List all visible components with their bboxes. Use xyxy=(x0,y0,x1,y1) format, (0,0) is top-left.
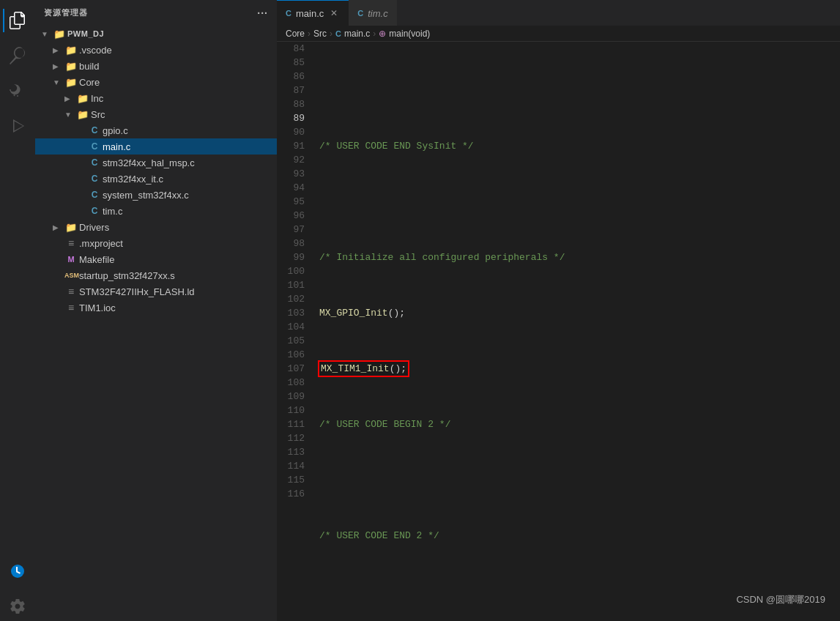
code-line-89: MX_TIM1_Init(); xyxy=(319,362,840,376)
tree-label: startup_stm32f427xx.s xyxy=(79,270,175,281)
tree-label: Src xyxy=(91,109,105,120)
tree-label: build xyxy=(79,61,99,72)
tree-item-core[interactable]: ▼ 📁 Core xyxy=(35,74,277,90)
c-file-icon: C xyxy=(88,141,101,152)
breadcrumb-core[interactable]: Core xyxy=(286,29,305,39)
tree-item-pwm-dj[interactable]: ▼ 📁 PWM_DJ xyxy=(35,26,277,42)
source-control-activity-icon[interactable] xyxy=(3,76,32,105)
tree-item-vscode[interactable]: ▶ 📁 .vscode xyxy=(35,42,277,58)
breadcrumb-fn-icon: ⊕ xyxy=(379,29,386,39)
arrow-icon: ▼ xyxy=(41,30,53,38)
tree-label: stm32f4xx_it.c xyxy=(103,174,163,185)
code-line-86 xyxy=(319,195,840,209)
tree-item-tim1-ioc[interactable]: ≡ TIM1.ioc xyxy=(35,300,277,316)
breadcrumb-sep2: › xyxy=(330,29,332,39)
tree-label: Drivers xyxy=(79,222,109,233)
code-line-92: /* USER CODE END 2 */ xyxy=(319,529,840,543)
code-content[interactable]: /* USER CODE END SysInit */ /* Initializ… xyxy=(313,42,840,621)
tree-item-build[interactable]: ▶ 📁 build xyxy=(35,58,277,74)
code-line-88: MX_GPIO_Init(); xyxy=(319,306,840,320)
timeline-activity-icon[interactable] xyxy=(3,557,32,586)
breadcrumb-c-icon: C xyxy=(335,29,341,38)
code-editor[interactable]: 84 85 86 87 88 89 90 91 92 93 94 95 96 9… xyxy=(277,42,840,621)
c-file-icon: C xyxy=(88,174,101,184)
c-file-icon: C xyxy=(88,125,101,135)
tree-label: PWM_DJ xyxy=(67,29,104,38)
tree-item-system-c[interactable]: C system_stm32f4xx.c xyxy=(35,187,277,203)
files-activity-icon[interactable] xyxy=(3,6,32,35)
tab-close-button[interactable]: ✕ xyxy=(328,7,340,19)
folder-icon: 📁 xyxy=(64,61,78,72)
tree-label: tim.c xyxy=(103,206,122,217)
breadcrumb-file[interactable]: main.c xyxy=(344,29,370,39)
comment-span: /* Initialize all configured peripherals… xyxy=(319,250,565,264)
c-file-icon: C xyxy=(88,190,101,200)
tree-item-it-c[interactable]: C stm32f4xx_it.c xyxy=(35,171,277,187)
activity-bar xyxy=(0,0,35,621)
line-numbers: 84 85 86 87 88 89 90 91 92 93 94 95 96 9… xyxy=(277,42,313,621)
comment-span: /* USER CODE END SysInit */ xyxy=(319,139,474,153)
sidebar-title: 资源管理器 xyxy=(44,7,88,18)
eq-file-icon: ≡ xyxy=(64,302,78,313)
folder-icon: 📁 xyxy=(64,222,78,233)
fn-span: MX_TIM1_Init xyxy=(321,363,390,374)
sidebar-header-icons: ··· xyxy=(257,7,268,19)
arrow-icon: ▶ xyxy=(53,223,64,231)
tab-bar: C main.c ✕ C tim.c xyxy=(277,0,840,26)
tree-label: .mxproject xyxy=(79,238,123,249)
settings-activity-icon[interactable] xyxy=(3,592,32,621)
breadcrumb-fn[interactable]: main(void) xyxy=(389,29,430,39)
tree-label: system_stm32f4xx.c xyxy=(103,190,189,201)
code-line-84 xyxy=(319,83,840,97)
more-icon[interactable]: ··· xyxy=(257,7,268,19)
folder-icon: 📁 xyxy=(64,77,78,88)
folder-icon: 📁 xyxy=(64,45,78,56)
breadcrumb-sep1: › xyxy=(308,29,311,39)
c-file-icon: C xyxy=(88,206,101,216)
tree-item-drivers[interactable]: ▶ 📁 Drivers xyxy=(35,219,277,235)
tree-item-makefile[interactable]: M Makefile xyxy=(35,251,277,267)
tree-item-gpio-c[interactable]: C gpio.c xyxy=(35,122,277,138)
tab-c-icon: C xyxy=(357,9,363,18)
tree-label: STM32F427IIHx_FLASH.ld xyxy=(79,286,195,297)
eq-file-icon: ≡ xyxy=(64,286,78,297)
tree-label: main.c xyxy=(103,141,130,152)
tree-label: Core xyxy=(79,77,100,88)
m-file-icon: M xyxy=(64,255,78,264)
code-line-85: /* USER CODE END SysInit */ xyxy=(319,139,840,153)
watermark: CSDN @圆哪哪2019 xyxy=(736,593,825,606)
arrow-icon: ▶ xyxy=(53,46,64,54)
fn-span: MX_GPIO_Init xyxy=(319,306,388,320)
search-activity-icon[interactable] xyxy=(3,41,32,70)
punc-span: (); xyxy=(390,363,406,374)
tab-c-icon: C xyxy=(286,9,291,18)
sidebar: 资源管理器 ··· ▼ 📁 PWM_DJ ▶ 📁 .vscode ▶ 📁 bui… xyxy=(35,0,277,621)
comment-span: /* USER CODE BEGIN 2 */ xyxy=(319,417,450,431)
tab-label: tim.c xyxy=(368,8,387,19)
tree-item-startup-s[interactable]: ASM startup_stm32f427xx.s xyxy=(35,267,277,283)
eq-file-icon: ≡ xyxy=(64,237,78,249)
run-activity-icon[interactable] xyxy=(3,111,32,141)
code-line-90: /* USER CODE BEGIN 2 */ xyxy=(319,417,840,431)
arrow-icon: ▶ xyxy=(53,62,64,70)
tree-item-main-c[interactable]: C main.c xyxy=(35,138,277,155)
punc-span: (); xyxy=(388,306,405,320)
tree-item-src[interactable]: ▼ 📁 Src xyxy=(35,106,277,122)
comment-span: /* USER CODE END 2 */ xyxy=(319,529,439,543)
breadcrumb: Core › Src › C main.c › ⊕ main(void) xyxy=(277,26,840,42)
tab-main-c[interactable]: C main.c ✕ xyxy=(277,0,349,26)
tree-label: Makefile xyxy=(79,254,114,265)
tree-label: .vscode xyxy=(79,45,112,56)
sidebar-header: 资源管理器 ··· xyxy=(35,0,277,26)
tab-tim-c[interactable]: C tim.c xyxy=(349,0,396,26)
tree-item-hal-msp-c[interactable]: C stm32f4xx_hal_msp.c xyxy=(35,155,277,171)
folder-icon: 📁 xyxy=(53,29,66,40)
tree-item-mxproject[interactable]: ≡ .mxproject xyxy=(35,235,277,251)
tree-item-flash-ld[interactable]: ≡ STM32F427IIHx_FLASH.ld xyxy=(35,283,277,300)
tree-item-inc[interactable]: ▶ 📁 Inc xyxy=(35,90,277,106)
tree-item-tim-c[interactable]: C tim.c xyxy=(35,203,277,219)
folder-icon: 📁 xyxy=(76,93,89,104)
tree-label: TIM1.ioc xyxy=(79,302,116,313)
code-line-91 xyxy=(319,473,840,487)
breadcrumb-src[interactable]: Src xyxy=(313,29,327,39)
